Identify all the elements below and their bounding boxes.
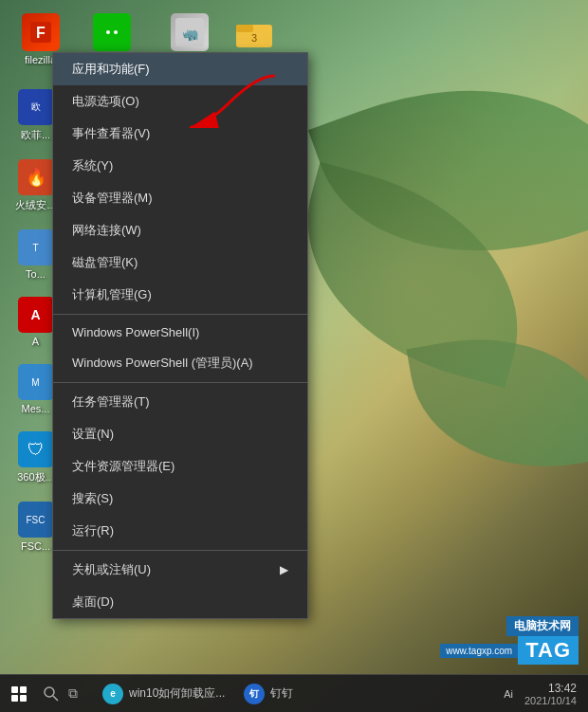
taskbar-item-dingtalk[interactable]: 钉 钉钉 [234,677,303,711]
separator-2 [53,382,307,383]
oupai-label: 欧菲... [21,128,50,142]
svg-text:🦏: 🦏 [182,27,199,43]
menu-item-shutdown[interactable]: 关机或注销(U) ▶ [53,554,307,586]
huoji-icon: 🔥 [18,159,54,195]
menu-item-apps-features[interactable]: 应用和功能(F) [53,53,307,85]
menu-item-run[interactable]: 运行(R) [53,515,307,547]
svg-text:3: 3 [250,32,256,44]
tray-clock[interactable]: 13:42 2021/10/14 [521,680,580,708]
watermark-site-name: 电脑技术网 [506,616,579,636]
menu-item-file-explorer[interactable]: 文件资源管理器(E) [53,450,307,483]
svg-point-4 [114,30,118,34]
taskbar: ⧉ e win10如何卸载应... 钉 钉钉 Ai 13:42 [0,674,588,712]
menu-item-system[interactable]: 系统(Y) [53,150,307,182]
menu-item-search[interactable]: 搜索(S) [53,483,307,515]
fsc-icon: FSC [18,502,54,538]
desktop: F filezilla 微信 🦏 Rhinoceros 5.0 (64-bit)… [0,0,588,712]
svg-point-3 [106,30,110,34]
menu-item-device-manager[interactable]: 设备管理器(M) [53,182,307,214]
context-menu: 应用和功能(F) 电源选项(O) 事件查看器(V) 系统(Y) 设备管理器(M)… [52,52,308,619]
message-icon: M [18,364,54,400]
browser-task-icon: e [102,684,123,704]
dingtalk-task-label: 钉钉 [270,685,293,702]
shutdown-arrow-icon: ▶ [280,563,288,576]
360-icon: 🛡 [18,431,54,467]
menu-item-event-viewer[interactable]: 事件查看器(V) [53,118,307,150]
taskbar-search-button[interactable] [38,675,64,713]
taskview-icon: ⧉ [68,685,78,702]
adobe-icon: A [18,297,54,333]
menu-item-powershell-admin[interactable]: Windows PowerShell (管理员)(A) [53,347,307,379]
menu-item-powershell[interactable]: Windows PowerShell(I) [53,318,307,347]
system-tray: Ai 13:42 2021/10/14 [492,680,588,708]
svg-line-12 [53,696,58,701]
to-icon: T [18,229,54,265]
filezilla-icon: F [22,13,60,51]
to-label: To... [26,268,46,280]
menu-item-power-options[interactable]: 电源选项(O) [53,85,307,118]
adobe-label: A [32,336,39,347]
browser-task-label: win10如何卸载应... [129,685,225,702]
wechat-icon [93,13,131,51]
rhino-icon: 🦏 [171,13,209,51]
watermark-bottom: www.tagxp.com TAG [440,636,579,665]
watermark-tag: TAG [518,636,579,665]
taskbar-item-browser[interactable]: e win10如何卸载应... [93,677,234,711]
tray-time: 13:42 [524,682,577,695]
huoji-label: 火绒安... [15,198,55,212]
menu-item-disk-management[interactable]: 磁盘管理(K) [53,246,307,279]
new-folder-icon: 3 [235,13,273,51]
tray-language-indicator[interactable]: Ai [500,686,517,702]
menu-item-task-manager[interactable]: 任务管理器(T) [53,386,307,418]
menu-item-desktop[interactable]: 桌面(D) [53,586,307,618]
360-label: 360极... [17,470,54,484]
svg-rect-2 [100,20,124,45]
separator-3 [53,550,307,551]
menu-item-computer-management[interactable]: 计算机管理(G) [53,279,307,311]
search-icon [44,686,59,702]
menu-item-settings[interactable]: 设置(N) [53,418,307,450]
menu-item-network[interactable]: 网络连接(W) [53,214,307,246]
watermark-url: www.tagxp.com [440,644,518,658]
tray-date: 2021/10/14 [524,695,577,706]
svg-text:F: F [36,25,46,41]
svg-rect-8 [236,25,253,32]
message-label: Mes... [22,403,50,414]
start-icon [11,686,27,702]
svg-point-11 [45,687,54,697]
dingtalk-task-icon: 钉 [244,684,265,704]
oupai-icon: 欧 [18,89,54,125]
start-button[interactable] [0,675,38,713]
fsc-label: FSC... [21,540,50,552]
watermark: 电脑技术网 www.tagxp.com TAG [440,616,579,665]
taskbar-taskview-button[interactable]: ⧉ [64,677,93,711]
separator-1 [53,314,307,315]
